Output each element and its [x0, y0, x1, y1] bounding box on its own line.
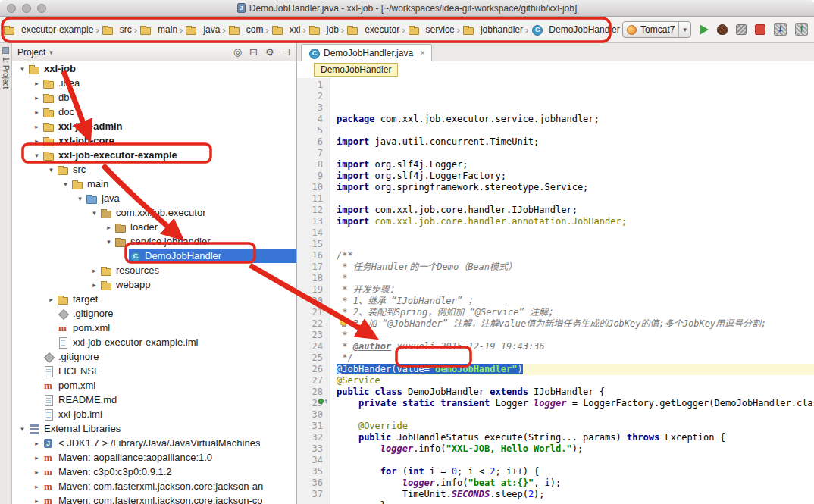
tree-item-com-xxl-job-executor[interactable]: ▾com.xxl.job.executor	[12, 205, 296, 220]
locate-icon[interactable]: ◎	[233, 46, 242, 58]
tree-label-wrap[interactable]: db	[42, 90, 296, 105]
tree-toggle-icon[interactable]: ▸	[31, 440, 42, 447]
editor-breadcrumb[interactable]: DemoJobHandler	[314, 63, 398, 77]
intention-bulb-icon[interactable]	[340, 318, 348, 326]
tree-label-wrap[interactable]: target	[57, 292, 296, 306]
tree-label-wrap[interactable]: xxl-job-executor-example	[42, 148, 296, 162]
tree-item-xxl-job-admin[interactable]: ▸xxl-job-admin	[12, 119, 296, 133]
tree-item-license[interactable]: LICENSE	[12, 364, 296, 378]
tree-toggle-icon[interactable]: ▸	[89, 281, 100, 289]
tree-item-maven-c3p0-c3p0-0-9-1-2[interactable]: ▸Maven: c3p0:c3p0:0.9.1.2	[12, 465, 296, 479]
tree-item-readme-md[interactable]: README.md	[12, 393, 296, 407]
tree-label-wrap[interactable]: xxl-job-executor-example.iml	[57, 335, 296, 349]
panel-title[interactable]: Project	[17, 47, 45, 58]
tree-label-wrap[interactable]: xxl-job-admin	[42, 119, 296, 133]
tree-toggle-icon[interactable]: ▸	[31, 468, 42, 476]
tree-toggle-icon[interactable]: ▾	[74, 195, 86, 202]
tree-toggle-icon[interactable]: ▸	[31, 94, 42, 102]
run-icon[interactable]	[700, 24, 709, 35]
close-tab-icon[interactable]: ×	[420, 48, 425, 58]
tree-item-target[interactable]: ▸target	[12, 292, 296, 306]
tree-label-wrap[interactable]: com.xxl.job.executor	[100, 205, 296, 220]
tree-label-wrap[interactable]: service.jobhandler	[114, 234, 296, 249]
tree-toggle-icon[interactable]: ▸	[31, 454, 42, 462]
tree-toggle-icon[interactable]: ▸	[89, 267, 100, 274]
minimize-button[interactable]	[22, 4, 31, 13]
stop-icon[interactable]	[755, 24, 765, 35]
tree-item-xxl-job-iml[interactable]: xxl-job.iml	[12, 407, 296, 421]
tree-label-wrap[interactable]: resources	[100, 263, 296, 277]
tree-item-loader[interactable]: ▸loader	[12, 220, 296, 234]
tree-toggle-icon[interactable]: ▸	[31, 483, 42, 490]
tree-toggle-icon[interactable]: ▾	[103, 238, 114, 246]
tree-item-pom-xml[interactable]: pom.xml	[12, 321, 296, 335]
tree-item-db[interactable]: ▸db	[12, 90, 296, 105]
tree-item-jdk1-7-library-java-javavirtualmachines[interactable]: ▸< JDK1.7 > /Library/Java/JavaVirtualMac…	[12, 436, 296, 450]
tree-label-wrap[interactable]: Maven: aopalliance:aopalliance:1.0	[42, 450, 296, 465]
tree-item-webapp[interactable]: ▸webapp	[12, 277, 296, 292]
breadcrumb-item-xxl[interactable]: xxl	[271, 22, 302, 37]
tree-item-maven-com-fasterxml-jackson-core-jackson-an[interactable]: ▸Maven: com.fasterxml.jackson.core:jacks…	[12, 479, 296, 493]
coverage-icon[interactable]	[736, 24, 747, 35]
tree-label-wrap[interactable]: xxl-job.iml	[42, 407, 296, 421]
tree-item-gitignore[interactable]: .gitignore	[12, 306, 296, 321]
tree-label-wrap[interactable]: .idea	[42, 76, 296, 90]
tree-label-wrap[interactable]: Maven: com.fasterxml.jackson.core:jackso…	[42, 493, 296, 504]
tree-label-wrap[interactable]: Maven: com.fasterxml.jackson.core:jackso…	[42, 479, 296, 493]
tree-item-gitignore[interactable]: .gitignore	[12, 349, 296, 364]
tree-toggle-icon[interactable]: ▸	[31, 497, 42, 504]
tree-item-demojobhandler[interactable]: DemoJobHandler	[12, 249, 296, 263]
tree-item-main[interactable]: ▾main	[12, 177, 296, 191]
tree-item-service-jobhandler[interactable]: ▾service.jobhandler	[12, 234, 296, 249]
tree-toggle-icon[interactable]: ▸	[31, 137, 42, 145]
editor-tab[interactable]: DemoJobHandler.java ×	[301, 44, 432, 61]
tree-label-wrap[interactable]: Maven: c3p0:c3p0:0.9.1.2	[42, 465, 296, 479]
tree-item-idea[interactable]: ▸.idea	[12, 76, 296, 90]
tree-item-xxl-job-core[interactable]: ▸xxl-job-core	[12, 133, 296, 148]
close-button[interactable]	[7, 4, 16, 13]
debug-icon[interactable]	[717, 24, 728, 35]
tree-toggle-icon[interactable]: ▾	[45, 166, 57, 174]
tree-item-doc[interactable]: ▸doc	[12, 105, 296, 119]
breadcrumb-item-src[interactable]: src	[101, 22, 133, 37]
breadcrumb-item-job[interactable]: job	[308, 22, 340, 37]
tree-item-java[interactable]: ▾java	[12, 191, 296, 205]
tree-label-wrap[interactable]: < JDK1.7 > /Library/Java/JavaVirtualMach…	[42, 436, 296, 450]
tree-label-wrap[interactable]: xxl-job-core	[42, 133, 296, 148]
tree-toggle-icon[interactable]: ▸	[45, 296, 57, 303]
tree-item-maven-com-fasterxml-jackson-core-jackson-co[interactable]: ▸Maven: com.fasterxml.jackson.core:jacks…	[12, 493, 296, 504]
breadcrumb-item-jobhandler[interactable]: jobhandler	[462, 22, 524, 37]
breadcrumb-item-main[interactable]: main	[139, 22, 178, 37]
tree-label-wrap[interactable]: pom.xml	[57, 321, 296, 335]
tree-label-wrap[interactable]: java	[86, 191, 296, 205]
tree-item-xxl-job-executor-example[interactable]: ▾xxl-job-executor-example	[12, 148, 296, 162]
breadcrumb-item-service[interactable]: service	[407, 22, 456, 37]
tree-label-wrap[interactable]: pom.xml	[42, 378, 296, 393]
vcs-update-icon[interactable]	[774, 23, 787, 36]
breadcrumb-item-com[interactable]: com	[227, 22, 265, 37]
tree-item-xxl-job[interactable]: ▾xxl-job	[12, 61, 296, 76]
vcs-commit-icon[interactable]	[795, 23, 808, 36]
tree-toggle-icon[interactable]: ▸	[31, 108, 42, 116]
run-config-selector[interactable]: Tomcat7 ▾	[622, 21, 691, 38]
tree-label-wrap[interactable]: main	[71, 177, 296, 191]
tree-label-wrap[interactable]: External Libraries	[28, 421, 296, 436]
tree-label-wrap[interactable]: webapp	[100, 277, 296, 292]
tree-label-wrap[interactable]: loader	[114, 220, 296, 234]
tree-label-wrap[interactable]: doc	[42, 105, 296, 119]
chevron-down-icon[interactable]: ▾	[49, 49, 53, 56]
tree-toggle-icon[interactable]: ▾	[31, 152, 42, 159]
tree-toggle-icon[interactable]: ▾	[89, 209, 100, 217]
tree-selection[interactable]: DemoJobHandler	[129, 249, 296, 263]
tree-toggle-icon[interactable]: ▾	[17, 65, 28, 73]
tree-label-wrap[interactable]: .gitignore	[57, 306, 296, 321]
override-method-icon[interactable]: ↑	[318, 398, 328, 405]
tree-item-resources[interactable]: ▸resources	[12, 263, 296, 277]
tree-item-xxl-job-executor-example-iml[interactable]: xxl-job-executor-example.iml	[12, 335, 296, 349]
breadcrumb-item-executor[interactable]: executor	[346, 22, 400, 37]
tree-toggle-icon[interactable]: ▸	[31, 80, 42, 87]
breadcrumb-item-executor-example[interactable]: executor-example	[2, 22, 94, 37]
tree-label-wrap[interactable]: .gitignore	[42, 349, 296, 364]
zoom-button[interactable]	[37, 4, 46, 13]
breadcrumb-item-demojobhandler[interactable]: DemoJobHandler	[530, 22, 620, 37]
